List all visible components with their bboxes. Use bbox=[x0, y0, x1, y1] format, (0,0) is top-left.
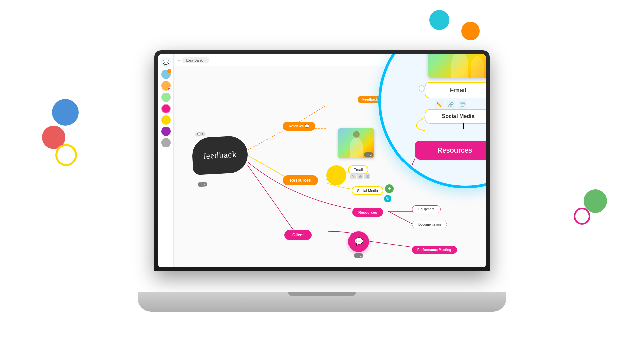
svg-line-5 bbox=[388, 211, 414, 225]
reviews-label: Reviews 💬 bbox=[289, 124, 309, 128]
zoom-inner: 📎 2 Email ✏️ 🔗 🗑️ bbox=[381, 54, 486, 186]
zoom-delete-icon[interactable]: 🗑️ bbox=[458, 100, 467, 109]
zoom-photo: 📎 2 bbox=[428, 54, 486, 78]
zoom-link-icon[interactable]: 🔗 bbox=[446, 100, 455, 109]
avatar-3[interactable] bbox=[161, 93, 171, 102]
platforms-label: Resources bbox=[290, 178, 311, 183]
orange-circle-right bbox=[461, 22, 480, 40]
blue-circle-left bbox=[52, 99, 79, 126]
email-label: Email bbox=[354, 168, 363, 172]
feedback-label: feedback bbox=[203, 149, 237, 161]
email-actions: ✏️ 🔗 🗑️ bbox=[350, 173, 370, 179]
platforms-node[interactable]: Resources bbox=[283, 175, 318, 185]
yellow-ring-left bbox=[55, 144, 77, 166]
center-oval[interactable] bbox=[326, 165, 346, 185]
client-label: Client bbox=[292, 233, 304, 237]
svg-line-7 bbox=[365, 241, 414, 247]
attach-badge-feedback: 📎 2 bbox=[198, 182, 207, 187]
zoom-social-label: Social Media bbox=[442, 113, 475, 119]
avatar-1-badge: 1 bbox=[167, 69, 171, 73]
app-sidebar: 💬 1 bbox=[158, 54, 174, 267]
green-circle-right bbox=[584, 189, 607, 213]
zoom-resources-label: Resources bbox=[438, 146, 472, 154]
link-icon[interactable]: 🔗 bbox=[357, 173, 363, 179]
zoom-circle: 📎 2 Email ✏️ 🔗 🗑️ bbox=[378, 54, 486, 188]
refresh-icon[interactable]: ↻ bbox=[384, 195, 391, 202]
laptop-screen: 💬 1 bbox=[158, 54, 486, 267]
delete-icon[interactable]: 🗑️ bbox=[364, 173, 370, 179]
documentation-node[interactable]: Documentation bbox=[412, 221, 447, 228]
social-media-label: Social Media bbox=[357, 189, 378, 193]
edit-icon[interactable]: ✏️ bbox=[350, 173, 356, 179]
laptop-base bbox=[138, 292, 506, 312]
resources-node[interactable]: Resources bbox=[352, 208, 383, 217]
social-media-node[interactable]: Social Media bbox=[352, 186, 383, 195]
email-node[interactable]: Email ✏️ 🔗 🗑️ bbox=[348, 165, 368, 174]
feedback-main-node[interactable]: feedback 📎 2 💬 1 bbox=[191, 135, 249, 175]
avatar-4[interactable] bbox=[161, 104, 171, 113]
avatar-5[interactable] bbox=[161, 115, 171, 125]
zoom-action-icons: ✏️ 🔗 🗑️ bbox=[435, 100, 467, 109]
performance-meeting-node[interactable]: Performance Meeting bbox=[412, 246, 457, 254]
chat-icon[interactable]: 💬 bbox=[161, 57, 171, 68]
zoom-edit-icon[interactable]: ✏️ bbox=[435, 100, 444, 109]
performance-meeting-label: Performance Meeting bbox=[417, 248, 451, 252]
tab-idea-bank[interactable]: Idea Bank × bbox=[182, 57, 209, 63]
zoom-email-label: Email bbox=[450, 87, 466, 94]
chat-attachment: 📎 1 bbox=[354, 253, 363, 258]
resources-label: Resources bbox=[358, 210, 377, 214]
feedback-top-label: Feedback bbox=[362, 98, 378, 101]
avatar-wrapper-1: 1 bbox=[161, 70, 171, 79]
image-attachment: 📎 2 bbox=[364, 152, 373, 157]
equipment-node[interactable]: Equipment bbox=[412, 205, 441, 213]
laptop-body: 💬 1 bbox=[154, 50, 490, 272]
laptop: 💬 1 bbox=[138, 50, 506, 312]
chat-circle-node[interactable]: 💬 📎 1 bbox=[348, 231, 369, 252]
image-node[interactable]: 📎 2 bbox=[338, 128, 374, 158]
zoom-social-node[interactable]: Social Media bbox=[425, 109, 486, 124]
add-icon: + bbox=[178, 58, 180, 62]
avatar-7[interactable] bbox=[161, 138, 171, 147]
documentation-label: Documentation bbox=[418, 223, 441, 226]
zoom-radio[interactable] bbox=[419, 85, 425, 92]
tab-idea-bank-label: Idea Bank bbox=[186, 58, 203, 62]
tab-close-icon[interactable]: × bbox=[204, 58, 206, 62]
comment-count: 💬 1 bbox=[195, 132, 205, 137]
cursor-indicator: ▎ bbox=[463, 123, 467, 129]
teal-circle-right bbox=[429, 10, 449, 30]
avatar-2[interactable] bbox=[161, 81, 171, 90]
red-circle-left bbox=[42, 126, 65, 149]
zoom-resources-node[interactable]: Resources bbox=[415, 141, 486, 160]
zoom-email-node[interactable]: Email bbox=[425, 82, 486, 98]
avatar-6[interactable] bbox=[161, 127, 171, 136]
client-node[interactable]: Client bbox=[284, 230, 312, 240]
equipment-label: Equipment bbox=[418, 207, 434, 211]
pink-ring-right bbox=[574, 208, 590, 225]
reviews-node[interactable]: Reviews 💬 bbox=[283, 122, 315, 131]
svg-line-0 bbox=[248, 128, 288, 150]
